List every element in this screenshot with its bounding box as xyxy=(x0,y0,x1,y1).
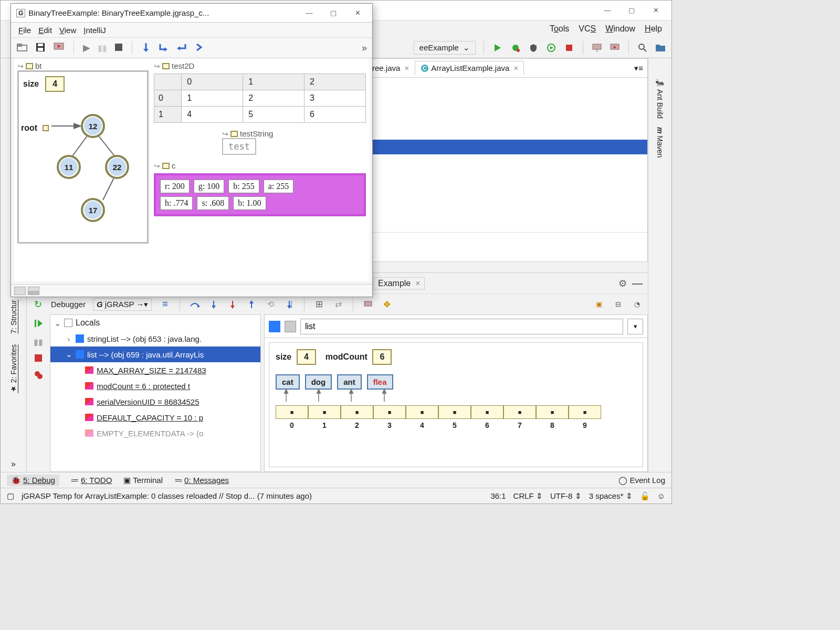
jg-play-icon[interactable]: ▶ xyxy=(83,42,90,54)
tab-arraylist[interactable]: C ArrayListExample.java× xyxy=(415,61,524,75)
drop-frame-icon[interactable]: ⟲ xyxy=(265,299,276,310)
jg-step-in-icon[interactable] xyxy=(158,42,169,54)
run-to-cursor-icon[interactable] xyxy=(284,299,295,310)
test2d-grid[interactable]: 012 0123 1456 xyxy=(154,74,366,123)
jg-status-btn1[interactable] xyxy=(14,287,26,295)
array-slot[interactable]: ■ xyxy=(438,405,471,419)
stop-debug-icon[interactable] xyxy=(35,354,42,363)
jg-menu-view[interactable]: View xyxy=(57,26,78,35)
viewer-canvas[interactable]: size 4 modCount 6 catdogantflea ■■■■■■■■… xyxy=(269,342,643,467)
minimize-panel-icon[interactable]: — xyxy=(632,277,643,289)
jg-status-btn2[interactable] xyxy=(28,287,39,295)
jg-step-next-icon[interactable] xyxy=(195,42,203,54)
settings-icon[interactable]: ⊟ xyxy=(612,299,624,310)
folder-icon[interactable] xyxy=(655,42,666,54)
encoding[interactable]: UTF-8 ⇕ xyxy=(550,491,582,501)
minimize-icon[interactable]: — xyxy=(601,5,614,16)
jgrasp-titlebar[interactable]: GBinaryTreeExample: BinaryTreeExample.jg… xyxy=(11,4,372,23)
jg-stop-icon[interactable] xyxy=(114,43,123,53)
layers-icon[interactable]: ❖ xyxy=(381,299,393,310)
run-icon[interactable] xyxy=(492,42,503,54)
lock-icon[interactable]: 🔓 xyxy=(640,491,650,501)
locals-header[interactable]: ⌄Locals xyxy=(50,315,260,331)
step-into-icon[interactable] xyxy=(208,299,219,310)
view-mode-alt-icon[interactable] xyxy=(285,321,296,332)
coverage-icon[interactable] xyxy=(528,42,539,54)
gear-icon[interactable]: ⚙ xyxy=(618,278,627,289)
status-widget-icon[interactable]: ▢ xyxy=(7,491,14,501)
pause-icon[interactable]: ▮▮ xyxy=(34,337,43,347)
array-item[interactable]: dog xyxy=(305,374,332,390)
todo-tab[interactable]: ≔ 6: TODO xyxy=(71,476,112,485)
array-slot[interactable]: ■ xyxy=(569,405,601,419)
array-slot[interactable]: ■ xyxy=(536,405,569,419)
jgrasp-tab[interactable]: G jGRASP →▾ xyxy=(93,298,152,311)
view-mode-icon[interactable] xyxy=(269,321,280,332)
jg-maximize-icon[interactable]: ▢ xyxy=(327,8,340,18)
menu-vcs[interactable]: VCS xyxy=(575,23,599,35)
array-slot[interactable]: ■ xyxy=(406,405,438,419)
structure-tool-button[interactable]: 7: Structur xyxy=(9,295,18,339)
stop-icon[interactable] xyxy=(563,42,575,54)
canvas-icon[interactable] xyxy=(591,42,603,54)
close-tab-icon[interactable]: × xyxy=(404,64,409,72)
array-slot[interactable]: ■ xyxy=(276,405,308,419)
array-slot[interactable]: ■ xyxy=(471,405,503,419)
run-config-combo[interactable]: eeExample ⌄ xyxy=(414,41,476,55)
evaluate-icon[interactable]: ⊞ xyxy=(313,299,325,310)
jg-menu-edit[interactable]: Edit xyxy=(36,26,54,35)
jgrasp-canvas[interactable]: ↪bt size 4 root 12 11 22 17 ↪t xyxy=(14,58,369,281)
debug-config-name[interactable]: Example × xyxy=(373,277,425,290)
ant-build-button[interactable]: 🐜 Ant Build xyxy=(656,74,664,123)
tab-binarytree[interactable]: ree.java× xyxy=(366,61,415,75)
jg-step-down-icon[interactable] xyxy=(141,42,151,54)
debugger-tab[interactable]: Debugger xyxy=(51,300,86,309)
resume-icon[interactable] xyxy=(34,319,43,330)
breakpoints-icon[interactable] xyxy=(34,371,43,381)
viewer-dropdown-icon[interactable]: ▾ xyxy=(627,319,643,334)
menu-help[interactable]: Help xyxy=(642,23,665,35)
rerun-icon[interactable]: ↻ xyxy=(32,299,44,310)
speedometer-icon[interactable]: ◔ xyxy=(631,299,643,310)
locals-entry-selected[interactable]: ⌄list --> (obj 659 : java.util.ArrayLis xyxy=(50,346,260,362)
trace-icon[interactable]: ⇄ xyxy=(332,299,344,310)
tree-node-22[interactable]: 22 xyxy=(105,155,129,179)
tree-node-17[interactable]: 17 xyxy=(81,198,105,222)
locals-field[interactable]: modCount = 6 : protected t xyxy=(50,378,260,394)
jg-save-icon[interactable] xyxy=(35,42,46,54)
jg-close-icon[interactable]: ✕ xyxy=(351,8,364,18)
jg-more-icon[interactable]: » xyxy=(362,43,367,54)
export-icon[interactable]: ▣ xyxy=(593,299,605,310)
array-item[interactable]: flea xyxy=(367,374,393,390)
canvas-small-icon[interactable] xyxy=(362,299,374,310)
messages-tab[interactable]: ≕ 0: Messages xyxy=(174,476,229,485)
array-slot[interactable]: ■ xyxy=(503,405,536,419)
menu-window[interactable]: Window xyxy=(602,23,638,35)
maven-button[interactable]: m Maven xyxy=(656,123,664,162)
locals-field[interactable]: MAX_ARRAY_SIZE = 2147483 xyxy=(50,362,260,378)
force-step-into-icon[interactable] xyxy=(227,299,238,310)
inspector-icon[interactable]: ☺ xyxy=(657,491,665,500)
maximize-icon[interactable]: ▢ xyxy=(625,5,638,16)
tree-node-12[interactable]: 12 xyxy=(81,114,105,138)
array-slot[interactable]: ■ xyxy=(341,405,373,419)
search-icon[interactable] xyxy=(637,42,648,54)
jg-menu-intellij[interactable]: IntelliJ xyxy=(81,26,108,35)
jg-open-icon[interactable] xyxy=(16,43,28,54)
step-out-icon[interactable] xyxy=(246,299,257,310)
locals-field[interactable]: EMPTY_ELEMENTDATA -> (o xyxy=(50,425,260,441)
array-slot[interactable]: ■ xyxy=(373,405,406,419)
locals-field[interactable]: serialVersionUID = 86834525 xyxy=(50,394,260,410)
event-log-button[interactable]: ◯ Event Log xyxy=(618,476,665,485)
indent-setting[interactable]: 3 spaces* ⇕ xyxy=(589,491,633,501)
canvas-run-icon[interactable] xyxy=(609,42,621,54)
caret-position[interactable]: 36:1 xyxy=(490,491,506,500)
jg-minimize-icon[interactable]: — xyxy=(303,8,316,18)
jg-step-return-icon[interactable] xyxy=(176,42,187,54)
debug-tab[interactable]: 🐞 5: Debug xyxy=(7,475,59,486)
debug-icon[interactable] xyxy=(510,42,521,54)
menu-tools[interactable]: Tools xyxy=(547,23,572,35)
locals-entry[interactable]: ›stringList --> (obj 653 : java.lang. xyxy=(50,331,260,346)
frames-icon[interactable]: ≡ xyxy=(159,299,171,310)
array-slot[interactable]: ■ xyxy=(308,405,341,419)
